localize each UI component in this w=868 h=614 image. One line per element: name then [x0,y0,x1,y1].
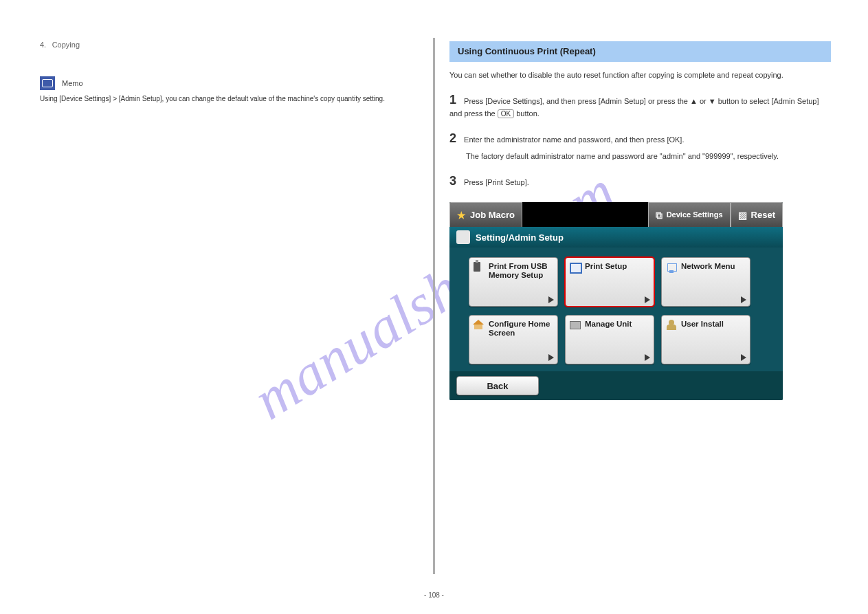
star-icon: ★ [457,210,466,221]
left-column: 4. Copying Memo Using [Device Settings] … [40,38,404,104]
mgr-icon [570,320,582,332]
step-3: 3 Press [Print Setup]. [449,172,831,190]
section-title: Copying [52,41,80,49]
step-1-text-b: button. [516,109,539,118]
device-breadcrumb: Setting/Admin Setup [449,227,783,248]
section-blue-heading: Using Continuous Print (Repeat) [449,41,831,62]
tile-user-install[interactable]: User Install [661,315,750,364]
device-settings-icon: ⧉ [656,210,663,220]
memo-icon [40,76,55,90]
section-header: 4. Copying [40,38,404,50]
print-icon [570,262,582,274]
back-button[interactable]: Back [456,376,539,395]
tab-spacer [522,202,648,227]
step-3-number: 3 [449,174,456,188]
tab-device-settings-label: Device Settings [667,211,723,219]
device-tab-bar: ★ Job Macro ⧉ Device Settings ▨ Reset [449,202,783,227]
chevron-right-icon [645,354,650,361]
chevron-right-icon [548,354,554,361]
home-icon [474,320,486,332]
ok-button-ref: OK [498,109,514,118]
right-column: Using Continuous Print (Repeat) You can … [449,41,831,400]
device-breadcrumb-label: Setting/Admin Setup [476,232,564,243]
step-3-text: Press [Print Setup]. [464,178,529,186]
memo-label: Memo [62,79,83,87]
column-divider [433,38,435,574]
step-1: 1 Press [Device Settings], and then pres… [449,91,831,120]
tile-configure-home[interactable]: Configure Home Screen [469,315,558,364]
intro-paragraph: You can set whether to disable the auto … [449,70,831,81]
net-icon [666,262,678,274]
step-2-number: 2 [449,131,456,145]
chevron-right-icon [645,296,650,303]
device-tile-grid: Print From USB Memory SetupPrint SetupNe… [449,248,783,371]
memo-body-text: Using [Device Settings] > [Admin Setup],… [40,94,397,104]
tile-label: Network Menu [681,262,735,270]
step-2-extra: The factory default administrator name a… [466,151,831,162]
tile-label: Configure Home Screen [489,320,550,337]
chevron-right-icon [741,354,746,361]
tile-manage-unit[interactable]: Manage Unit [565,315,654,364]
step-2-text: Enter the administrator name and passwor… [464,135,684,144]
tab-reset-label: Reset [751,210,775,220]
tile-label: Print Setup [585,262,627,270]
gear-icon [456,230,470,244]
chevron-right-icon [741,296,746,303]
tile-label: Print From USB Memory Setup [489,262,548,279]
tab-device-settings[interactable]: ⧉ Device Settings [648,202,731,227]
memo-row: Memo [40,76,404,90]
section-number: 4. [40,41,46,49]
step-1-number: 1 [449,93,456,107]
tile-label: User Install [681,320,724,328]
page-number: - 108 - [424,591,444,599]
user-icon [666,320,678,332]
tab-reset[interactable]: ▨ Reset [731,202,783,227]
device-bottom-bar: Back [449,371,783,400]
tile-print-setup[interactable]: Print Setup [565,257,654,307]
step-2: 2 Enter the administrator name and passw… [449,129,831,147]
device-screenshot: ★ Job Macro ⧉ Device Settings ▨ Reset Se… [449,202,783,400]
tile-network-menu[interactable]: Network Menu [661,257,750,307]
tab-job-macro-label: Job Macro [470,210,515,220]
chevron-right-icon [548,296,554,303]
reset-icon: ▨ [738,210,747,221]
tile-print-from-usb[interactable]: Print From USB Memory Setup [469,257,558,307]
usb-icon [474,262,486,274]
tab-job-macro[interactable]: ★ Job Macro [449,202,522,227]
tile-label: Manage Unit [585,320,632,328]
